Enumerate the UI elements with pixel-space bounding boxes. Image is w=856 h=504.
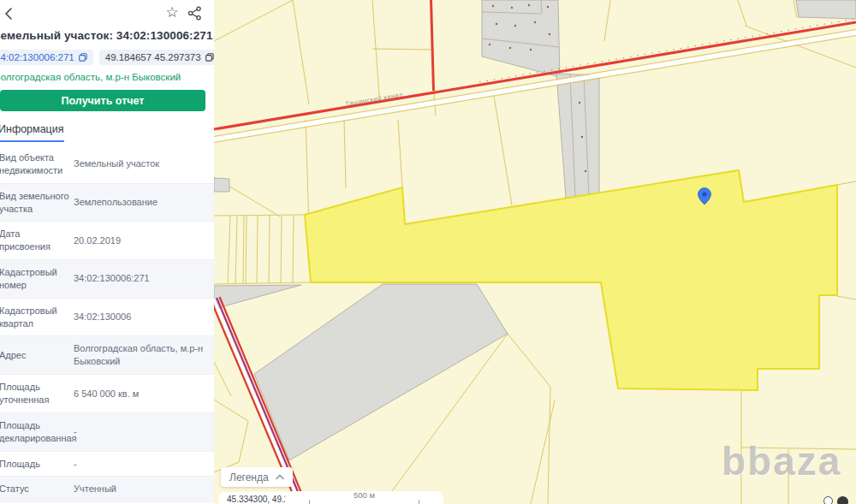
- scale-line: [309, 500, 419, 504]
- cadastral-number-chip[interactable]: 34:02:130006:271: [0, 50, 93, 65]
- row-label: Кадастровый номер: [0, 266, 74, 292]
- table-row: Кадастровый квартал 34:02:130006: [0, 299, 214, 337]
- row-value: Волгоградская область, м.р-н Быковский: [74, 342, 207, 368]
- parcel-details-table: Вид объекта недвижимости Земельный участ…: [0, 145, 214, 504]
- row-value: 34:02:130006: [74, 311, 207, 323]
- scale-label: 500 м: [285, 491, 443, 500]
- copy-icon[interactable]: [205, 53, 214, 62]
- table-row: Площадь уточненная 6 540 000 кв. м: [0, 375, 214, 413]
- table-row: Площадь декларированная -: [0, 413, 214, 452]
- table-row: Адрес Волгоградская область, м.р-н Быков…: [0, 336, 214, 375]
- map-scale-bar: 500 м: [285, 491, 443, 504]
- row-label: Площадь: [0, 458, 74, 471]
- table-row: Кадастровый номер 34:02:130006:271: [0, 260, 214, 299]
- page-title: Земельный участок: 34:02:130006:271: [0, 29, 211, 42]
- back-icon[interactable]: [2, 6, 17, 21]
- map-canvas[interactable]: Ташинский канал: [214, 0, 856, 504]
- coordinates-text: 49.184657 45.297373: [105, 52, 201, 62]
- sidebar-toolbar: ☆: [0, 4, 214, 27]
- table-row: Дата присвоения 20.02.2019: [0, 222, 214, 260]
- region-link[interactable]: Волгоградская область, м.р-н Быковский: [0, 72, 214, 82]
- row-value: Учтенный: [74, 483, 207, 495]
- legend-button-label: Легенда: [229, 471, 269, 483]
- row-label: Площадь декларированная: [0, 419, 74, 445]
- copy-icon[interactable]: [79, 53, 87, 62]
- row-label: Кадастровый квартал: [0, 305, 74, 330]
- row-label: Статус: [0, 483, 74, 495]
- coordinates-chip[interactable]: 49.184657 45.297373: [99, 50, 214, 65]
- legend-button[interactable]: Легенда: [221, 467, 293, 487]
- table-row: Вид земельного участка Землепользование: [0, 184, 214, 222]
- cadastral-number-text: 34:02:130006:271: [0, 52, 74, 62]
- row-label: Вид земельного участка: [0, 190, 74, 216]
- share-icon[interactable]: [187, 6, 202, 21]
- row-value: Землепользование: [74, 196, 207, 209]
- row-value: 34:02:130006:271: [74, 272, 207, 285]
- row-value: -: [74, 425, 207, 438]
- row-label: Дата присвоения: [0, 228, 74, 253]
- get-report-button[interactable]: Получить отчет: [0, 90, 205, 111]
- row-label: Вид объекта недвижимости: [0, 151, 74, 177]
- parcel-info-sidebar: ☆ Земельный участок: 34:02:130006:271 34…: [0, 0, 214, 504]
- chevron-up-icon: [276, 474, 284, 480]
- row-value: 20.02.2019: [74, 234, 207, 247]
- map-attribution-icons: [823, 496, 848, 504]
- row-label: Адрес: [0, 349, 74, 362]
- info-circle-icon[interactable]: [823, 496, 833, 504]
- id-chips: 34:02:130006:271 49.184657 45.297373: [0, 50, 214, 65]
- table-row: Вид объекта недвижимости Земельный участ…: [0, 145, 214, 184]
- table-row: Статус Учтенный: [0, 477, 214, 502]
- attribution-logo-icon[interactable]: [837, 496, 848, 504]
- row-value: Земельный участок: [74, 157, 207, 170]
- table-row: Площадь -: [0, 452, 214, 477]
- row-value: 6 540 000 кв. м: [74, 388, 207, 400]
- row-value: -: [74, 458, 207, 471]
- tabs-bar: Информация: [0, 121, 214, 142]
- tab-information[interactable]: Информация: [0, 123, 64, 142]
- favorite-star-icon[interactable]: ☆: [163, 4, 181, 21]
- row-label: Площадь уточненная: [0, 381, 74, 406]
- cadastral-map-app: ☆ Земельный участок: 34:02:130006:271 34…: [0, 0, 856, 504]
